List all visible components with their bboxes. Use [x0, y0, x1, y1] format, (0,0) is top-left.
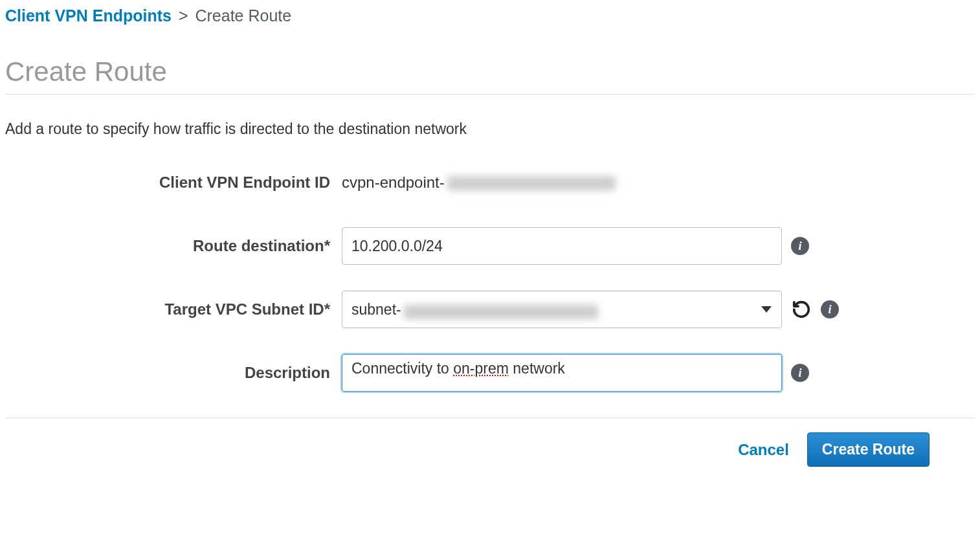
- info-icon[interactable]: i: [791, 364, 809, 382]
- page-description: Add a route to specify how traffic is di…: [5, 120, 975, 138]
- info-icon[interactable]: i: [791, 237, 809, 255]
- route-destination-row: Route destination* i: [5, 227, 975, 265]
- route-destination-label: Route destination*: [5, 237, 342, 255]
- target-subnet-redacted: [404, 305, 598, 319]
- endpoint-id-value: cvpn-endpoint-: [342, 173, 616, 192]
- target-subnet-select[interactable]: subnet-: [342, 291, 782, 328]
- route-destination-input[interactable]: [342, 227, 782, 265]
- target-subnet-value-prefix: subnet-: [351, 301, 401, 318]
- description-input[interactable]: Connectivity to on-prem network: [342, 354, 782, 392]
- breadcrumb-separator: >: [179, 6, 188, 25]
- target-subnet-label: Target VPC Subnet ID*: [5, 300, 342, 318]
- description-row: Description Connectivity to on-prem netw…: [5, 354, 975, 392]
- breadcrumb-parent-link[interactable]: Client VPN Endpoints: [5, 6, 172, 25]
- endpoint-id-redacted: [447, 176, 616, 190]
- create-route-form: Client VPN Endpoint ID cvpn-endpoint- Ro…: [5, 164, 975, 392]
- description-label: Description: [5, 364, 342, 382]
- page-title: Create Route: [5, 56, 975, 95]
- target-subnet-row: Target VPC Subnet ID* subnet- i: [5, 291, 975, 328]
- breadcrumb: Client VPN Endpoints > Create Route: [5, 3, 975, 32]
- breadcrumb-current: Create Route: [195, 6, 291, 25]
- cancel-button[interactable]: Cancel: [738, 441, 789, 459]
- endpoint-id-label: Client VPN Endpoint ID: [5, 173, 342, 192]
- create-route-button[interactable]: Create Route: [807, 432, 930, 467]
- actions-bar: Cancel Create Route: [5, 418, 975, 467]
- endpoint-id-row: Client VPN Endpoint ID cvpn-endpoint-: [5, 164, 975, 201]
- info-icon[interactable]: i: [821, 300, 839, 318]
- refresh-icon[interactable]: [791, 299, 812, 320]
